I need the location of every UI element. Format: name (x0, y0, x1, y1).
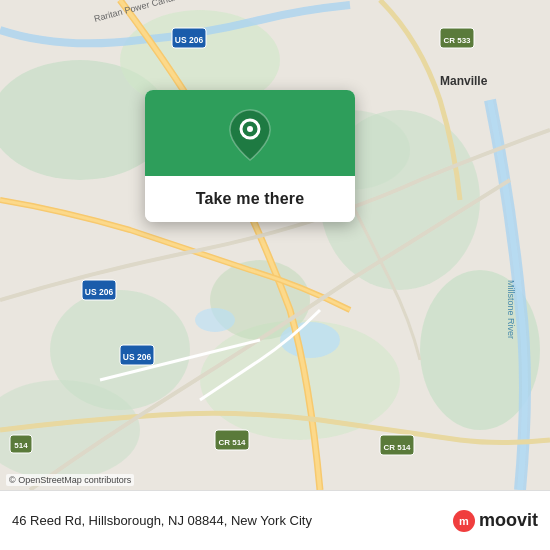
svg-text:CR 514: CR 514 (383, 443, 411, 452)
moovit-text: moovit (479, 510, 538, 531)
svg-text:US 206: US 206 (85, 287, 114, 297)
take-me-there-button[interactable]: Take me there (145, 176, 355, 222)
moovit-logo: m moovit (453, 510, 538, 532)
popup-green-area (145, 90, 355, 176)
map-svg: Raritan Power Canal US 206 US 206 US 206… (0, 0, 550, 490)
svg-point-30 (247, 126, 253, 132)
address-text: 46 Reed Rd, Hillsborough, NJ 08844, New … (12, 513, 453, 528)
svg-text:Millstone River: Millstone River (506, 280, 516, 339)
svg-point-11 (195, 308, 235, 332)
svg-text:US 206: US 206 (123, 352, 152, 362)
svg-text:CR 533: CR 533 (443, 36, 471, 45)
moovit-icon: m (453, 510, 475, 532)
map-pin-icon (228, 108, 272, 162)
osm-credit: © OpenStreetMap contributors (6, 474, 134, 486)
svg-text:Manville: Manville (440, 74, 488, 88)
bottom-bar: 46 Reed Rd, Hillsborough, NJ 08844, New … (0, 490, 550, 550)
map-container: Raritan Power Canal US 206 US 206 US 206… (0, 0, 550, 490)
svg-text:514: 514 (14, 441, 28, 450)
popup-card: Take me there (145, 90, 355, 222)
svg-text:CR 514: CR 514 (218, 438, 246, 447)
svg-text:US 206: US 206 (175, 35, 204, 45)
